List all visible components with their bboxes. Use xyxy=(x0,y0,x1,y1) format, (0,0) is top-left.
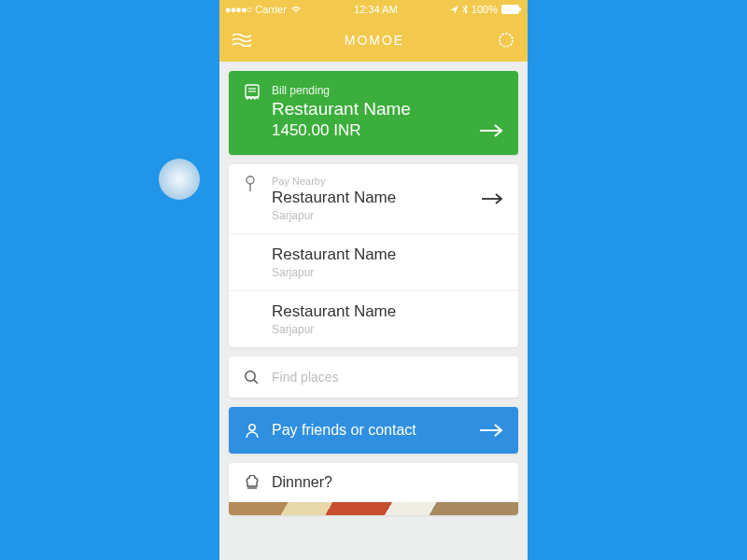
pin-icon xyxy=(244,175,272,192)
nav-bar: MOMOE xyxy=(219,19,528,62)
svg-rect-0 xyxy=(501,5,519,14)
search-icon xyxy=(244,370,272,385)
dinner-card[interactable]: Dinnner? xyxy=(229,463,518,515)
signal-dots-icon: ●●●●○ xyxy=(225,4,251,15)
carrier-label: Carrier xyxy=(255,4,287,15)
search-card[interactable] xyxy=(229,357,518,398)
clock-label: 12:34 AM xyxy=(354,4,397,15)
nearby-label: Pay Nearby xyxy=(272,175,481,187)
search-input[interactable] xyxy=(272,370,503,385)
svg-point-10 xyxy=(246,371,255,381)
svg-point-7 xyxy=(247,176,254,184)
receipt-icon xyxy=(244,84,272,101)
nearby-item[interactable]: Pay Nearby Restaurant Name Sarjapur xyxy=(229,164,518,233)
chef-hat-icon xyxy=(244,475,272,490)
svg-line-11 xyxy=(254,380,258,384)
bill-amount: 1450.00 INR xyxy=(272,121,479,140)
svg-rect-1 xyxy=(519,7,521,11)
person-icon xyxy=(244,422,272,439)
pay-friends-card[interactable]: Pay friends or contact xyxy=(229,407,518,454)
nearby-item-name: Restaurant Name xyxy=(272,302,503,321)
wifi-icon xyxy=(290,6,302,14)
nearby-item-location: Sarjapur xyxy=(272,323,503,336)
pay-friends-label: Pay friends or contact xyxy=(272,422,479,439)
arrow-right-icon xyxy=(481,192,503,205)
status-bar: ●●●●○ Carrier 12:34 AM 100% xyxy=(219,0,528,19)
arrow-right-icon xyxy=(479,423,503,438)
dinner-label: Dinnner? xyxy=(272,474,332,491)
nearby-item-location: Sarjapur xyxy=(272,266,503,279)
app-title: MOMOE xyxy=(345,33,404,48)
arrow-right-icon xyxy=(479,123,503,138)
svg-point-2 xyxy=(500,34,513,47)
battery-pct: 100% xyxy=(472,4,498,15)
nearby-item-location: Sarjapur xyxy=(272,209,481,222)
nearby-item[interactable]: Restaurant Name Sarjapur xyxy=(229,233,518,290)
bill-restaurant-name: Restaurant Name xyxy=(272,99,479,119)
touch-indicator-icon xyxy=(159,159,200,200)
phone-frame: ●●●●○ Carrier 12:34 AM 100% MOMOE xyxy=(219,0,528,560)
bill-pending-card[interactable]: Bill pending Restaurant Name 1450.00 INR xyxy=(229,71,518,155)
bluetooth-icon xyxy=(462,5,468,14)
pay-nearby-card: Pay Nearby Restaurant Name Sarjapur Rest… xyxy=(229,164,518,347)
content-area: Bill pending Restaurant Name 1450.00 INR… xyxy=(219,62,528,560)
settings-icon[interactable] xyxy=(498,32,514,49)
nearby-item-name: Restaurant Name xyxy=(272,189,481,207)
menu-icon[interactable] xyxy=(233,34,251,47)
nearby-item[interactable]: Restaurant Name Sarjapur xyxy=(229,290,518,347)
bill-label: Bill pending xyxy=(272,84,479,97)
battery-icon xyxy=(501,5,522,14)
dinner-image xyxy=(229,502,518,515)
location-arrow-icon xyxy=(450,6,458,14)
nearby-item-name: Restaurant Name xyxy=(272,245,503,264)
svg-point-12 xyxy=(249,425,255,430)
